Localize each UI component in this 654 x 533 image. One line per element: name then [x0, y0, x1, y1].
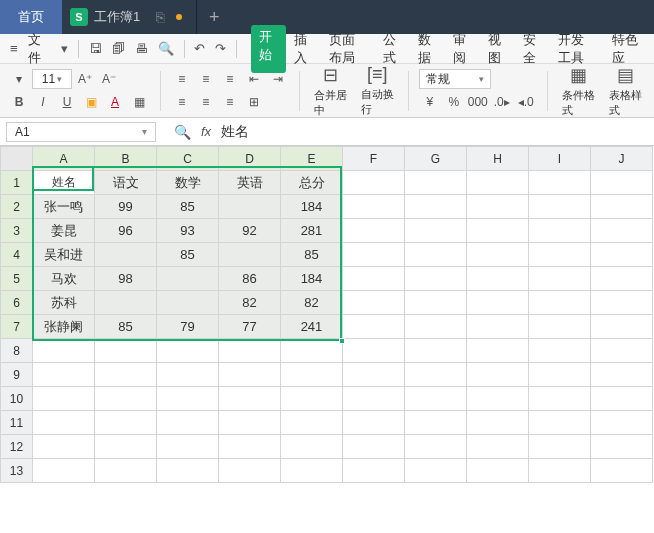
cell[interactable] [157, 363, 219, 387]
cell[interactable] [591, 459, 653, 483]
font-color-icon[interactable]: A [104, 92, 126, 112]
cell[interactable] [343, 291, 405, 315]
cell[interactable]: 184 [281, 195, 343, 219]
cell[interactable] [157, 339, 219, 363]
cell[interactable] [591, 219, 653, 243]
col-header[interactable]: B [95, 147, 157, 171]
row-header[interactable]: 9 [1, 363, 33, 387]
cell[interactable] [405, 459, 467, 483]
cell[interactable] [467, 315, 529, 339]
cell[interactable] [157, 291, 219, 315]
cell[interactable]: 96 [95, 219, 157, 243]
cell[interactable] [405, 411, 467, 435]
cell[interactable] [281, 411, 343, 435]
save-icon[interactable]: 🖫 [85, 39, 106, 58]
cell[interactable] [529, 291, 591, 315]
row-header[interactable]: 7 [1, 315, 33, 339]
row-header[interactable]: 4 [1, 243, 33, 267]
font-dropdown-icon[interactable]: ▾ [8, 69, 30, 89]
cell[interactable] [405, 387, 467, 411]
cell[interactable]: 77 [219, 315, 281, 339]
tab-review[interactable]: 审阅 [445, 25, 480, 73]
cell[interactable] [529, 435, 591, 459]
cell[interactable] [529, 243, 591, 267]
cell[interactable]: 92 [219, 219, 281, 243]
row-header[interactable]: 8 [1, 339, 33, 363]
cell[interactable] [529, 363, 591, 387]
cell[interactable] [591, 387, 653, 411]
cell[interactable]: 85 [281, 243, 343, 267]
home-tab[interactable]: 首页 [0, 0, 62, 34]
align-top-icon[interactable]: ≡ [171, 69, 193, 89]
cell[interactable] [405, 171, 467, 195]
formula-value[interactable]: 姓名 [221, 123, 249, 141]
cell[interactable]: 241 [281, 315, 343, 339]
cell[interactable] [33, 363, 95, 387]
cell[interactable] [281, 435, 343, 459]
row-header[interactable]: 13 [1, 459, 33, 483]
col-header[interactable]: C [157, 147, 219, 171]
cell[interactable] [281, 459, 343, 483]
cell[interactable]: 张静阑 [33, 315, 95, 339]
cell[interactable] [95, 291, 157, 315]
tab-security[interactable]: 安全 [515, 25, 550, 73]
cell[interactable] [467, 435, 529, 459]
cell[interactable] [467, 171, 529, 195]
cell[interactable] [33, 339, 95, 363]
cell[interactable] [219, 387, 281, 411]
cell[interactable]: 99 [95, 195, 157, 219]
merge-center-button[interactable]: ⊟ 合并居中 [310, 62, 351, 120]
row-header[interactable]: 3 [1, 219, 33, 243]
cell[interactable] [405, 363, 467, 387]
currency-icon[interactable]: ¥ [419, 92, 441, 112]
font-size-input[interactable]: 11▾ [32, 69, 72, 89]
row-header[interactable]: 1 [1, 171, 33, 195]
col-header[interactable]: H [467, 147, 529, 171]
cell[interactable] [219, 411, 281, 435]
col-header[interactable]: J [591, 147, 653, 171]
namebox-dropdown-icon[interactable]: ▾ [142, 126, 147, 137]
cell[interactable] [529, 195, 591, 219]
bold-icon[interactable]: B [8, 92, 30, 112]
number-format-select[interactable]: 常规▾ [419, 69, 491, 89]
add-tab-button[interactable]: + [197, 0, 231, 34]
cell[interactable] [591, 171, 653, 195]
cell[interactable] [281, 339, 343, 363]
cell[interactable]: 79 [157, 315, 219, 339]
cell[interactable]: 马欢 [33, 267, 95, 291]
cell[interactable] [529, 171, 591, 195]
cell[interactable] [95, 387, 157, 411]
inc-decimal-icon[interactable]: .0▸ [491, 92, 513, 112]
cell[interactable] [343, 267, 405, 291]
cell[interactable] [33, 435, 95, 459]
underline-icon[interactable]: U [56, 92, 78, 112]
cell[interactable] [281, 387, 343, 411]
cell[interactable] [219, 243, 281, 267]
cell[interactable] [157, 459, 219, 483]
cell[interactable] [157, 435, 219, 459]
cell[interactable] [343, 363, 405, 387]
spreadsheet-grid[interactable]: ABCDEFGHIJ1姓名语文数学英语总分2张一鸣99851843姜昆96939… [0, 146, 654, 483]
cell[interactable]: 吴和进 [33, 243, 95, 267]
percent-icon[interactable]: % [443, 92, 465, 112]
cell[interactable] [157, 267, 219, 291]
col-header[interactable]: A [33, 147, 95, 171]
cell[interactable] [343, 195, 405, 219]
cell[interactable] [591, 363, 653, 387]
cell[interactable] [95, 459, 157, 483]
cell[interactable] [405, 243, 467, 267]
cell[interactable]: 93 [157, 219, 219, 243]
cell[interactable]: 281 [281, 219, 343, 243]
col-header[interactable]: E [281, 147, 343, 171]
cell[interactable] [219, 363, 281, 387]
align-center-icon[interactable]: ≡ [195, 92, 217, 112]
close-tab-icon[interactable]: ⎘ [156, 9, 164, 25]
tab-view[interactable]: 视图 [480, 25, 515, 73]
cell[interactable] [343, 339, 405, 363]
italic-icon[interactable]: I [32, 92, 54, 112]
col-header[interactable]: D [219, 147, 281, 171]
cell[interactable]: 184 [281, 267, 343, 291]
indent-dec-icon[interactable]: ⇤ [243, 69, 265, 89]
file-dropdown-icon[interactable]: ▾ [57, 39, 72, 58]
undo-icon[interactable]: ↶ [190, 39, 209, 58]
